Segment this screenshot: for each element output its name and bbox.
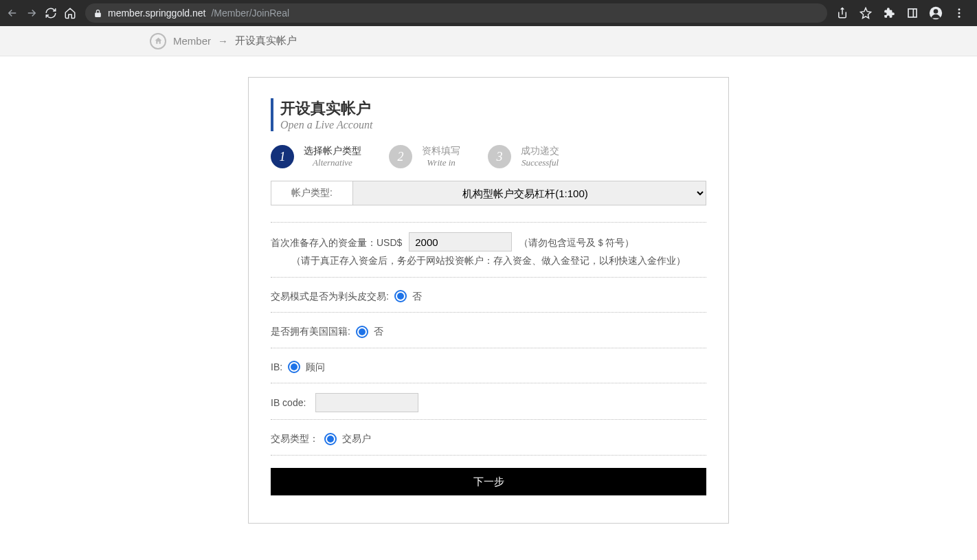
step-1-label-en: Alternative: [304, 157, 361, 168]
us-citizen-section: 是否拥有美国国籍: 否: [271, 312, 706, 348]
ib-section: IB: 顾问: [271, 348, 706, 383]
deposit-note: （请于真正存入资金后，务必于网站投资帐户：存入资金、做入金登记，以利快速入金作业…: [271, 251, 706, 270]
nav-forward-button[interactable]: [25, 6, 38, 20]
deposit-section: 首次准备存入的资金量：USD$ （请勿包含逗号及＄符号） （请于真正存入资金后，…: [271, 222, 706, 277]
account-form-card: 开设真实帐户 Open a Live Account 1 选择帐户类型 Alte…: [248, 77, 729, 524]
nav-home-button[interactable]: [63, 6, 77, 20]
svg-point-3: [934, 9, 939, 14]
ib-radio[interactable]: [288, 361, 300, 373]
deposit-hint: （请勿包含逗号及＄符号）: [519, 237, 634, 248]
svg-point-6: [958, 16, 961, 18]
step-2: 2 资料填写 Write in: [389, 145, 460, 168]
ibcode-input[interactable]: [315, 393, 418, 412]
share-icon[interactable]: [835, 6, 849, 20]
url-domain: member.springgold.net: [108, 8, 205, 19]
us-radio-no[interactable]: [356, 326, 368, 338]
account-type-select[interactable]: 机构型帐户交易杠杆(1:100): [352, 181, 706, 205]
txtype-value: 交易户: [342, 429, 371, 448]
step-2-label-en: Write in: [422, 157, 460, 168]
browser-toolbar: member.springgold.net/Member/JoinReal: [0, 0, 977, 26]
stepper: 1 选择帐户类型 Alternative 2 资料填写 Write in 3 成…: [271, 145, 706, 168]
step-3-num: 3: [488, 145, 511, 168]
address-bar[interactable]: member.springgold.net/Member/JoinReal: [85, 3, 827, 23]
step-3-label-cn: 成功递交: [521, 145, 559, 157]
nav-back-button[interactable]: [5, 6, 19, 20]
svg-point-5: [958, 12, 961, 14]
deposit-label: 首次准备存入的资金量：USD$: [271, 237, 402, 248]
bookmark-star-icon[interactable]: [859, 6, 873, 20]
us-label: 是否拥有美国国籍:: [271, 322, 350, 341]
account-type-label: 帐户类型:: [271, 187, 352, 199]
step-1-label-cn: 选择帐户类型: [304, 145, 361, 157]
page-title: 开设真实帐户: [280, 98, 706, 119]
ib-label: IB:: [271, 358, 282, 377]
step-3-label-en: Successful: [521, 157, 559, 168]
ibcode-section: IB code:: [271, 383, 706, 419]
svg-point-4: [958, 8, 961, 10]
scalp-value: 否: [412, 287, 422, 306]
step-3: 3 成功递交 Successful: [488, 145, 559, 168]
breadcrumb: Member → 开设真实帐户: [0, 26, 977, 56]
txtype-radio[interactable]: [324, 433, 337, 445]
panel-icon[interactable]: [906, 6, 919, 20]
profile-avatar-icon[interactable]: [929, 6, 943, 20]
step-2-label-cn: 资料填写: [422, 145, 460, 157]
extensions-icon[interactable]: [882, 6, 896, 20]
breadcrumb-current: 开设真实帐户: [235, 34, 297, 47]
account-type-row: 帐户类型: 机构型帐户交易杠杆(1:100): [271, 181, 706, 205]
step-2-num: 2: [389, 145, 412, 168]
breadcrumb-home[interactable]: Member: [173, 35, 211, 47]
nav-reload-button[interactable]: [44, 6, 58, 20]
txtype-section: 交易类型： 交易户: [271, 419, 706, 456]
svg-rect-0: [908, 9, 917, 17]
lock-icon: [93, 9, 102, 18]
ib-value: 顾问: [306, 358, 325, 377]
deposit-input[interactable]: [409, 232, 512, 251]
step-1: 1 选择帐户类型 Alternative: [271, 145, 361, 168]
txtype-label: 交易类型：: [271, 429, 319, 448]
scalp-label: 交易模式是否为剥头皮交易:: [271, 287, 389, 306]
next-button[interactable]: 下一步: [271, 468, 706, 495]
page-subtitle: Open a Live Account: [280, 119, 706, 131]
step-1-num: 1: [271, 145, 294, 168]
us-value: 否: [374, 322, 383, 341]
ibcode-label: IB code:: [271, 394, 306, 412]
scalp-radio-no[interactable]: [394, 290, 407, 302]
scalp-section: 交易模式是否为剥头皮交易: 否: [271, 277, 706, 313]
menu-dots-icon[interactable]: [952, 6, 966, 20]
url-path: /Member/JoinReal: [211, 8, 289, 19]
home-icon[interactable]: [150, 33, 166, 49]
breadcrumb-arrow: →: [218, 35, 228, 47]
